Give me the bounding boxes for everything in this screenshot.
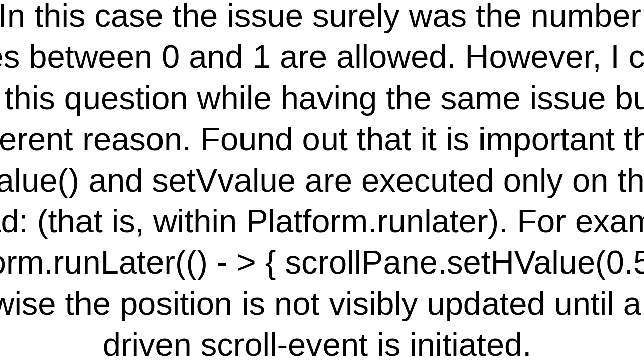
- document-passage: 2018: In this case the issue surely was …: [0, 0, 644, 362]
